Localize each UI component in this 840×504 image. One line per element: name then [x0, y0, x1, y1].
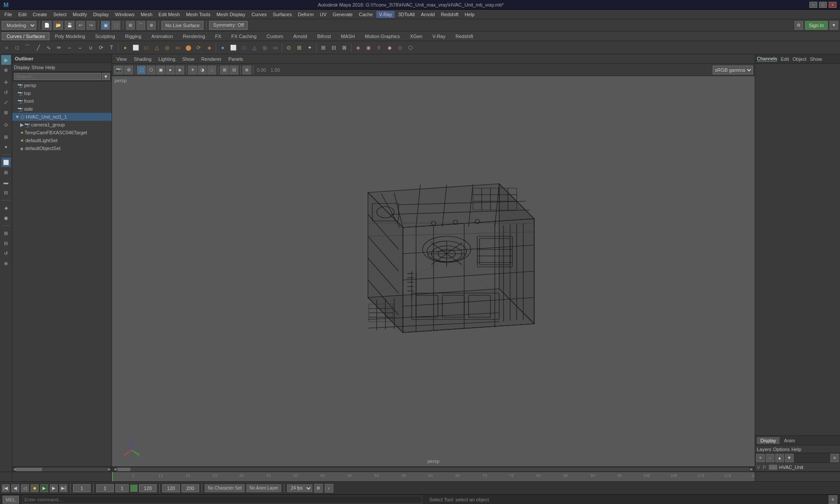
render-settings-button[interactable]: ⚙ [794, 21, 803, 30]
deform-tool6[interactable]: ⬡ [406, 43, 415, 52]
paint-weights[interactable]: ✦ [305, 43, 315, 52]
tab-item-sculpting[interactable]: Sculpting [91, 32, 120, 40]
go-end-button[interactable]: ▶| [60, 484, 67, 492]
outliner-item-hvac[interactable]: ▼ ⬡ HVAC_Unit_ncl1_1 [12, 113, 112, 121]
char-set-display[interactable]: No Character Set [205, 484, 245, 492]
playback-options-btn[interactable]: ⚙ [314, 484, 323, 493]
menu-item-mesh-display[interactable]: Mesh Display [214, 11, 248, 18]
show-menu[interactable]: Show [180, 56, 197, 62]
camera-select-btn[interactable]: 📷 [114, 66, 123, 74]
display-mode-btn[interactable]: ⬚ [137, 66, 146, 74]
dolly-button[interactable]: ⊟ [1, 238, 11, 248]
lasso-select-button[interactable]: ⬚ [112, 21, 120, 30]
helix[interactable]: ⟳ [96, 43, 106, 52]
search-filter-button[interactable]: ▼ [102, 73, 110, 80]
layout-single[interactable]: ⬜ [1, 158, 11, 167]
outliner-item-objectset[interactable]: ◈ defaultObjectSet [12, 144, 112, 152]
menu-item-select[interactable]: Select [51, 11, 70, 18]
panels-menu[interactable]: Panels [226, 56, 246, 62]
vp-scroll-right[interactable]: ▶ [749, 467, 754, 471]
smooth-shaded-btn[interactable]: ● [166, 66, 175, 74]
redo-button[interactable]: ↪ [87, 21, 95, 30]
wire-on-shaded-btn[interactable]: ◈ [175, 66, 184, 74]
command-input[interactable] [22, 496, 423, 504]
ambient-btn[interactable]: ◌ [207, 66, 216, 74]
shading-menu[interactable]: Shading [131, 56, 154, 62]
outliner-scroll-thumb[interactable] [16, 468, 42, 471]
layer-up-btn[interactable]: ▲ [775, 454, 784, 462]
show-manip-button[interactable]: ⊞ [1, 132, 11, 142]
mode-dropdown[interactable]: Modeling [2, 21, 36, 30]
tab-item-bifrost[interactable]: Bifrost [312, 32, 336, 40]
save-scene-button[interactable]: 💾 [65, 21, 74, 30]
tab-item-mash[interactable]: MASH [336, 32, 360, 40]
gamma-select[interactable]: sRGB gamma [713, 66, 753, 74]
shadows-btn[interactable]: ◑ [198, 66, 206, 74]
step-forward-button[interactable]: ▶ [50, 484, 58, 492]
bind-skin[interactable]: ⊞ [294, 43, 304, 52]
layout-side[interactable]: ▬ [1, 178, 11, 187]
show-tab[interactable]: Show [810, 56, 822, 62]
scroll-right-arrow[interactable]: ▶ [108, 467, 111, 471]
cylinder-button[interactable]: ⬭ [141, 43, 151, 52]
outliner-scroll-track[interactable] [16, 468, 108, 471]
renderer-menu[interactable]: Renderer [199, 56, 224, 62]
bezier-button[interactable]: ∿ [44, 43, 53, 52]
grid-btn[interactable]: ⊞ [220, 66, 229, 74]
nurbs-torus[interactable]: ◎ [260, 43, 270, 52]
circle-tool-button[interactable]: ○ [2, 43, 11, 52]
menu-item-arnold[interactable]: Arnold [418, 11, 438, 18]
outliner-display-menu[interactable]: Display [14, 65, 30, 70]
timeline-playhead[interactable] [112, 472, 113, 481]
parabola[interactable]: ∪ [86, 43, 95, 52]
tab-item-rendering[interactable]: Rendering [178, 32, 210, 40]
display-tab[interactable]: Display [757, 437, 780, 444]
help-menu-layers[interactable]: Help [791, 447, 802, 452]
menu-item-deform[interactable]: Deform [295, 11, 316, 18]
outliner-search-input[interactable] [14, 73, 101, 80]
range-end2-input[interactable] [182, 484, 199, 492]
three-pt-arc[interactable]: ⌢ [65, 43, 74, 52]
disk-button[interactable]: ⬤ [183, 43, 193, 52]
layer-item-hvac[interactable]: V P HVAC_Unit [755, 463, 840, 472]
parent-button[interactable]: ⊟ [329, 43, 339, 52]
layer-del-btn[interactable]: - [766, 454, 774, 462]
ep-curve-button[interactable]: ╱ [33, 43, 43, 52]
snap-point-button[interactable]: ⊕ [147, 21, 156, 30]
tab-item-xgen[interactable]: XGen [405, 32, 427, 40]
last-used-button[interactable]: ⊞ [1, 108, 11, 117]
auto-key-button[interactable] [130, 485, 137, 492]
vp-scroll-left[interactable]: ◀ [113, 467, 117, 471]
outliner-item-camera-group[interactable]: ▶ 📷 camera1_group [12, 121, 112, 129]
help-button[interactable]: ▼ [830, 21, 838, 30]
menu-item-redshift[interactable]: Redshift [438, 11, 461, 18]
cone-button[interactable]: △ [152, 43, 161, 52]
outliner-item-tempcam[interactable]: ✦ TempCamFBXASC046Target [12, 129, 112, 136]
group-button[interactable]: ⊞ [318, 43, 328, 52]
unparent-button[interactable]: ⊠ [340, 43, 349, 52]
nurbs-cube[interactable]: ⬜ [228, 43, 238, 52]
menu-item-cache[interactable]: Cache [356, 11, 375, 18]
menu-item-surfaces[interactable]: Surfaces [270, 11, 294, 18]
snap-curve-button[interactable]: ⌒ [136, 21, 145, 30]
arc-tool-button[interactable]: ⌒ [23, 43, 32, 52]
isolate-btn[interactable]: ⊕ [242, 66, 251, 74]
open-scene-button[interactable]: 📂 [53, 21, 63, 30]
window-controls[interactable]: − □ × [809, 2, 836, 8]
soft-select-button[interactable]: ⊙ [1, 120, 11, 130]
close-button[interactable]: × [829, 2, 836, 8]
menu-item-3dtoall[interactable]: 3DToAll [396, 11, 417, 18]
nurbs-cone[interactable]: △ [249, 43, 259, 52]
deform-tool1[interactable]: ◈ [353, 43, 363, 52]
tumble-button[interactable]: ↺ [1, 248, 11, 258]
menu-item-create[interactable]: Create [30, 11, 50, 18]
frame-start-input[interactable] [96, 484, 114, 492]
vp-scroll-track[interactable] [117, 468, 749, 471]
sculpt-button[interactable]: ✦ [1, 142, 11, 152]
scale-tool-button[interactable]: ⤢ [1, 98, 11, 107]
play-back-button[interactable]: ◁ [21, 484, 29, 492]
maximize-button[interactable]: □ [819, 2, 827, 8]
layers-menu[interactable]: Layers [757, 447, 771, 452]
menu-item-modify[interactable]: Modify [70, 11, 89, 18]
range-end-input[interactable] [139, 484, 157, 492]
